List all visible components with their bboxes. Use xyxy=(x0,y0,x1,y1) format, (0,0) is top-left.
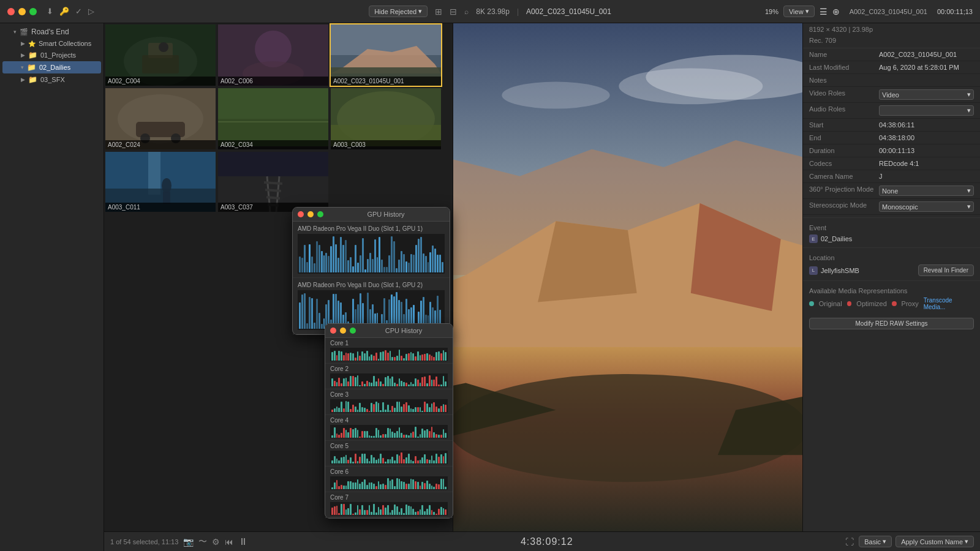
apply-custom-name-button[interactable]: Apply Custom Name ▾ xyxy=(895,536,974,547)
sidebar-item-label: 02_Dailies xyxy=(39,64,70,71)
core-label-3: Core 3 xyxy=(330,391,448,398)
inspector-stereo-field: Stereoscopic Mode Monoscopic ▾ xyxy=(803,199,980,215)
inspector-name-field: Name A002_C023_01045U_001 xyxy=(803,48,980,61)
svg-line-34 xyxy=(264,182,282,184)
minimize-icon[interactable] xyxy=(340,328,346,334)
magnify-icon[interactable]: ⌕ xyxy=(464,7,469,16)
sidebar-item-smart-collections[interactable]: ▶ ⭐ Smart Collections xyxy=(2,38,101,49)
inspector-notes-field: Notes xyxy=(803,74,980,87)
close-icon[interactable] xyxy=(330,328,336,334)
resolution-display: 8K 23.98p xyxy=(476,7,510,16)
key-icon[interactable]: 🔑 xyxy=(59,7,69,16)
cpu-core-1: Core 1 xyxy=(325,338,453,364)
modify-raw-button[interactable]: Modify RED RAW Settings xyxy=(809,318,974,329)
video-roles-dropdown[interactable]: Video ▾ xyxy=(879,89,974,100)
codecs-label: Codecs xyxy=(809,160,876,167)
clip-thumbnail xyxy=(218,88,328,146)
view-button[interactable]: View ▾ xyxy=(783,6,815,17)
fullscreen-icon[interactable]: ⛶ xyxy=(845,537,854,547)
timecode-right: 00:00:11;13 xyxy=(937,8,973,15)
smart-collections-icon: ⭐ xyxy=(28,40,36,47)
svg-rect-9 xyxy=(331,24,441,55)
clip-item-a003c011[interactable]: A003_C011 xyxy=(105,152,216,212)
cpu-window-titlebar: CPU History xyxy=(325,324,453,338)
inspector-start-field: Start 04:38:06:11 xyxy=(803,119,980,132)
original-label: Original xyxy=(819,300,842,307)
close-icon[interactable] xyxy=(298,211,304,217)
inspector-video-roles-field: Video Roles Video ▾ xyxy=(803,87,980,103)
core-label-6: Core 6 xyxy=(330,468,448,475)
sidebar-item-label: 01_Projects xyxy=(40,51,76,59)
video-roles-label: Video Roles xyxy=(809,89,876,97)
sidebar-item-sfx[interactable]: ▶ 📁 03_SFX xyxy=(2,73,101,86)
cpu-core-7: Core 7 xyxy=(325,492,453,518)
svg-point-28 xyxy=(162,178,172,193)
location-icon: L xyxy=(809,266,818,275)
clip-item-a002c023[interactable]: A002_C023_01045U_001 xyxy=(331,24,441,86)
cpu-core-5: Core 5 xyxy=(325,441,453,467)
audio-roles-dropdown[interactable]: ▾ xyxy=(879,105,974,116)
minimize-button[interactable] xyxy=(18,8,26,15)
sidebar-item-dailies[interactable]: ▾ 📁 02_Dailies xyxy=(2,61,101,73)
clip-item-a003c003[interactable]: A003_C003 xyxy=(331,88,441,149)
close-button[interactable] xyxy=(7,8,15,15)
gpu2-label: AMD Radeon Pro Vega II Duo (Slot 1, GPU … xyxy=(298,282,445,288)
minimize-icon[interactable] xyxy=(307,211,314,217)
core-chart-1 xyxy=(330,348,448,361)
sidebar-item-label: Smart Collections xyxy=(39,40,91,47)
selection-info: 1 of 54 selected, 11:13 xyxy=(110,538,178,545)
folder-icon: 📁 xyxy=(28,75,37,84)
bottom-right-controls: Basic ▾ Apply Custom Name ▾ xyxy=(859,536,974,547)
projection-label: 360° Projection Mode xyxy=(809,186,876,193)
location-row: L JellyfishSMB Reveal In Finder xyxy=(803,263,980,278)
svg-point-40 xyxy=(619,68,763,104)
pause-icon[interactable]: ⏸ xyxy=(238,536,248,547)
icon-camera[interactable]: 📷 xyxy=(183,537,194,547)
icon-grid2[interactable]: ⊟ xyxy=(450,7,457,17)
svg-line-36 xyxy=(266,197,280,198)
svg-rect-18 xyxy=(218,88,328,119)
duration-label: Duration xyxy=(809,147,876,154)
location-item: L JellyfishSMB xyxy=(809,266,859,275)
icon-grid1[interactable]: ⊞ xyxy=(435,7,442,17)
maximize-button[interactable] xyxy=(29,8,37,15)
location-value: JellyfishSMB xyxy=(821,267,859,274)
import-icon[interactable]: ⬇ xyxy=(47,7,53,16)
clip-item-a002c034[interactable]: A002_C034 xyxy=(218,88,328,149)
icon-scope[interactable]: ⊕ xyxy=(832,7,840,17)
maximize-icon[interactable] xyxy=(317,211,323,217)
inspector-modified-field: Last Modified Aug 6, 2020 at 5:28:01 PM xyxy=(803,61,980,74)
browser-panel: A002_C004 A002_C006 xyxy=(104,23,453,531)
inspector-projection-field: 360° Projection Mode None ▾ xyxy=(803,183,980,199)
inspector-resolution: 8192 × 4320 | 23.98p xyxy=(803,23,980,36)
stereo-dropdown[interactable]: Monoscopic ▾ xyxy=(879,201,974,212)
content-area: A002_C004 A002_C006 xyxy=(104,23,980,551)
projection-dropdown[interactable]: None ▾ xyxy=(879,186,974,196)
play-icon[interactable]: ▷ xyxy=(88,7,94,16)
divider xyxy=(803,280,980,281)
clip-item-a003c037[interactable]: A003_C037 xyxy=(218,152,328,212)
rewind-icon[interactable]: ⏮ xyxy=(225,537,233,547)
clip-label: A002_C023_01045U_001 xyxy=(331,77,441,86)
sidebar-item-projects[interactable]: ▶ 📁 01_Projects xyxy=(2,49,101,61)
hide-rejected-button[interactable]: Hide Rejected ▾ xyxy=(369,6,428,17)
icon-wave[interactable]: 〜 xyxy=(198,536,207,547)
clip-item-a002c004[interactable]: A002_C004 xyxy=(105,24,216,86)
maximize-icon[interactable] xyxy=(350,328,356,334)
core-chart-5 xyxy=(330,451,448,464)
core-chart-4 xyxy=(330,425,448,438)
chevron-right-icon: ▶ xyxy=(21,40,25,47)
chevron-down-icon: ▾ xyxy=(21,64,24,70)
clip-item-a002c024[interactable]: A002_C024 xyxy=(105,88,216,149)
reveal-finder-button[interactable]: Reveal In Finder xyxy=(918,264,974,276)
icon-settings[interactable]: ⚙ xyxy=(212,537,220,547)
check-icon[interactable]: ✓ xyxy=(75,7,82,16)
icon-list[interactable]: ☰ xyxy=(820,7,827,17)
basic-button[interactable]: Basic ▾ xyxy=(859,536,892,547)
transcode-label[interactable]: Transcode Media... xyxy=(924,297,974,310)
sidebar-item-roads-end[interactable]: ▾ 🎬 Road's End xyxy=(2,26,101,38)
timecode-display: 4:38:09:12 xyxy=(253,536,840,547)
clip-item-a002c006[interactable]: A002_C006 xyxy=(218,24,328,86)
camera-label: Camera Name xyxy=(809,173,876,180)
clip-label: A002_C006 xyxy=(218,77,328,86)
